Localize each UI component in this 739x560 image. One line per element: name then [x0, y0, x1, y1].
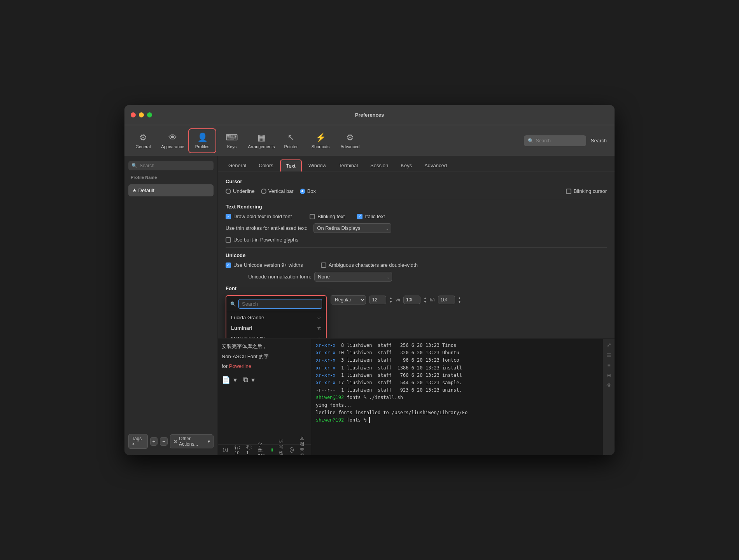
font-item-lucida-star[interactable]: ☆ — [317, 315, 321, 320]
ambiguous-label: Ambiguous characters are double-width — [329, 262, 418, 268]
sidebar-search-icon: 🔍 — [131, 163, 137, 168]
panel-icon-3[interactable]: ≡ — [607, 362, 610, 368]
cursor-vertical-bar-radio[interactable] — [261, 189, 266, 194]
thin-strokes-label: Use thin strokes for anti-aliased text: — [226, 225, 307, 231]
toolbar-arrangements[interactable]: ▦ Arrangements — [247, 128, 275, 153]
normalization-select[interactable]: None NFC NFD NFKC NFKD — [314, 272, 392, 282]
tab-session[interactable]: Session — [364, 159, 394, 171]
tab-terminal[interactable]: Terminal — [333, 159, 364, 171]
fullscreen-button[interactable] — [147, 112, 152, 117]
cursor-vertical-bar[interactable]: Vertical bar — [261, 188, 294, 194]
tab-window[interactable]: Window — [303, 159, 332, 171]
profile-tabs: General Colors Text Window Terminal Sess… — [218, 156, 615, 172]
toolbar-shortcuts[interactable]: ⚡ Shortcuts — [306, 128, 334, 153]
tab-text[interactable]: Text — [280, 159, 302, 172]
ambiguous-checkbox[interactable] — [321, 262, 326, 268]
blinking-text-checkbox[interactable] — [310, 214, 315, 219]
terminal-line-1: xr-xr-x 10 liushiwen staff 320 6 20 13:2… — [316, 349, 598, 357]
add-profile-button[interactable]: + — [150, 437, 158, 446]
terminal-line-8: ying fonts... — [316, 402, 598, 409]
unicode-version-item[interactable]: Use Unicode version 9+ widths — [226, 262, 303, 268]
panel-icon-5[interactable]: 👁 — [606, 382, 612, 388]
toolbar-keys-label: Keys — [227, 144, 236, 149]
other-actions-button[interactable]: ⊙ Other Actions... ▾ — [170, 434, 214, 448]
sidebar-bottom: Tags > + − ⊙ Other Actions... ▾ — [128, 432, 214, 450]
tab-keys[interactable]: Keys — [395, 159, 418, 171]
tab-advanced[interactable]: Advanced — [419, 159, 453, 171]
preview-copy-icon[interactable]: ⧉ — [243, 376, 248, 384]
panel-icon-4[interactable]: ⊕ — [607, 372, 611, 378]
tab-colors[interactable]: Colors — [253, 159, 279, 171]
h-spacing-input[interactable] — [438, 296, 455, 304]
tab-general[interactable]: General — [222, 159, 252, 171]
powerline-item[interactable]: Use built-in Powerline glyphs — [226, 237, 298, 243]
italic-text-item[interactable]: Italic text — [357, 214, 385, 219]
font-size-down-arrow[interactable]: ▼ — [389, 300, 392, 304]
toolbar-search-box: 🔍 — [524, 135, 586, 146]
font-size-stepper[interactable]: ▲ ▼ — [389, 296, 392, 304]
font-item-malayalam-mn-star[interactable]: ☆ — [317, 336, 321, 339]
sidebar-search-box: 🔍 — [128, 161, 214, 170]
font-item-lucida[interactable]: Lucida Grande ☆ — [226, 312, 326, 323]
preview-content: 安装完字体库之后， Non-ASCII Font 的字 for Powerlin… — [218, 339, 311, 444]
powerline-label: Use built-in Powerline glyphs — [233, 237, 298, 243]
italic-text-checkbox[interactable] — [357, 214, 362, 219]
toolbar-profiles[interactable]: 👤 Profiles — [188, 128, 216, 153]
cursor-box-radio[interactable] — [300, 189, 305, 194]
cursor-underline[interactable]: Underline — [226, 188, 255, 194]
profile-item-default[interactable]: ★ Default — [128, 184, 214, 196]
preview-dropdown-icon[interactable]: ▾ — [233, 376, 237, 384]
font-size-up-arrow[interactable]: ▲ — [389, 296, 392, 300]
h-spacing-stepper[interactable]: ▲ ▼ — [458, 296, 461, 304]
toolbar: ⚙ General 👁 Appearance 👤 Profiles ⌨ Keys… — [124, 125, 615, 156]
toolbar-search-input[interactable] — [536, 138, 582, 144]
arrangements-icon: ▦ — [257, 133, 266, 143]
unicode-version-row: Use Unicode version 9+ widths Ambiguous … — [226, 262, 607, 268]
font-item-luminari-star[interactable]: ☆ — [317, 326, 321, 331]
font-search-box: 🔍 — [226, 296, 326, 312]
h-spacing-down[interactable]: ▼ — [458, 300, 461, 304]
h-spacing-up[interactable]: ▲ — [458, 296, 461, 300]
thin-strokes-select[interactable]: On Retina Displays Always Never When Dar… — [313, 223, 391, 233]
ambiguous-item[interactable]: Ambiguous characters are double-width — [321, 262, 418, 268]
font-size-input[interactable] — [369, 296, 386, 304]
v-spacing-up[interactable]: ▲ — [424, 296, 427, 300]
font-controls: Regular Bold Italic ▲ ▼ v/i — [331, 295, 461, 304]
v-spacing-stepper[interactable]: ▲ ▼ — [424, 296, 427, 304]
font-item-malayalam-mn[interactable]: Malayalam MN ☆ — [226, 333, 326, 338]
shortcuts-icon: ⚡ — [315, 133, 326, 143]
normalization-dropdown-wrapper: None NFC NFD NFKC NFKD — [314, 272, 392, 282]
unicode-version-checkbox[interactable] — [226, 262, 231, 268]
right-pane: General Colors Text Window Terminal Sess… — [218, 156, 615, 455]
blinking-cursor-checkbox[interactable] — [566, 189, 571, 194]
minimize-button[interactable] — [139, 112, 144, 117]
profiles-icon: 👤 — [197, 133, 208, 143]
toolbar-general[interactable]: ⚙ General — [129, 128, 157, 153]
tags-button[interactable]: Tags > — [128, 434, 148, 449]
v-spacing-input[interactable] — [403, 296, 420, 304]
preview-copy-dropdown-icon[interactable]: ▾ — [251, 376, 255, 384]
panel-icon-2[interactable]: ☰ — [606, 352, 611, 358]
font-item-luminari[interactable]: Luminari ☆ — [226, 323, 326, 333]
thin-strokes-dropdown-wrapper: On Retina Displays Always Never When Dar… — [313, 223, 391, 233]
cursor-section-title: Cursor — [226, 178, 607, 184]
toolbar-appearance[interactable]: 👁 Appearance — [159, 128, 187, 153]
powerline-checkbox[interactable] — [226, 237, 231, 243]
sidebar-search-input[interactable] — [140, 163, 210, 168]
panel-icon-1[interactable]: ⤢ — [607, 342, 611, 348]
cursor-box[interactable]: Box — [300, 188, 316, 194]
blinking-text-item[interactable]: Blinking text — [310, 214, 345, 219]
traffic-lights — [131, 112, 152, 117]
toolbar-pointer[interactable]: ↖ Pointer — [277, 128, 305, 153]
font-style-select[interactable]: Regular Bold Italic — [331, 295, 366, 304]
cursor-radio-group: Underline Vertical bar Box — [226, 188, 316, 194]
toolbar-advanced[interactable]: ⚙ Advanced — [336, 128, 364, 153]
v-spacing-down[interactable]: ▼ — [424, 300, 427, 304]
cursor-underline-radio[interactable] — [226, 189, 231, 194]
draw-bold-item[interactable]: Draw bold text in bold font — [226, 214, 292, 219]
draw-bold-checkbox[interactable] — [226, 214, 231, 219]
close-button[interactable] — [131, 112, 136, 117]
font-search-input[interactable] — [238, 299, 322, 309]
toolbar-keys[interactable]: ⌨ Keys — [218, 128, 246, 153]
remove-profile-button[interactable]: − — [160, 437, 168, 446]
